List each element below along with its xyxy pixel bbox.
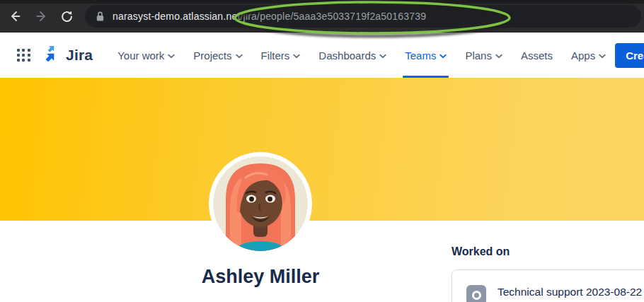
nav-item-label: Assets <box>521 50 553 62</box>
refresh-icon[interactable] <box>57 6 76 26</box>
worked-on-heading: Worked on <box>452 245 510 258</box>
nav-item-label: Apps <box>571 50 595 62</box>
nav-item-your-work[interactable]: Your work <box>108 33 184 78</box>
jira-logo-icon <box>43 46 62 64</box>
avatar-illustration <box>213 156 308 251</box>
worked-on-item-title[interactable]: Technical support 2023-08-22 <box>498 286 642 298</box>
nav-item-projects[interactable]: Projects <box>184 33 251 78</box>
jira-logo-text: Jira <box>66 47 93 64</box>
nav-item-label: Dashboards <box>318 50 376 62</box>
chevron-down-icon <box>495 54 502 59</box>
profile-cover-banner <box>0 78 644 221</box>
worked-on-card: Technical support 2023-08-22 You created… <box>452 269 644 302</box>
nav-item-label: Filters <box>261 50 290 62</box>
nav-item-assets[interactable]: Assets <box>512 33 562 78</box>
browser-chrome: narasyst-demo.atlassian.net/jira/people/… <box>0 0 644 33</box>
profile-name: Ashley Miller <box>154 266 367 288</box>
back-icon[interactable] <box>6 6 25 26</box>
padlock-icon <box>95 11 105 22</box>
chevron-down-icon <box>168 54 175 59</box>
url-host: narasyst-demo.atlassian.net <box>113 11 241 22</box>
chevron-down-icon <box>439 54 447 59</box>
forward-icon[interactable] <box>31 6 51 26</box>
nav-item-apps[interactable]: Apps <box>562 33 615 78</box>
worked-on-item[interactable]: Technical support 2023-08-22 You created… <box>452 270 644 302</box>
create-button[interactable]: Create <box>615 43 644 68</box>
chevron-down-icon <box>293 54 300 59</box>
chevron-down-icon <box>599 54 606 59</box>
avatar[interactable] <box>209 152 312 255</box>
jira-logo[interactable]: Jira <box>43 46 93 64</box>
nav-item-filters[interactable]: Filters <box>252 33 310 78</box>
nav-item-plans[interactable]: Plans <box>456 33 512 78</box>
nav-item-label: Teams <box>405 50 436 62</box>
nav-menu: Your work Projects Filters Dashboards Te… <box>108 33 615 78</box>
app-switcher-icon[interactable] <box>17 49 30 62</box>
image-attachment-icon <box>466 285 486 302</box>
jira-people-profile-page: { "browser": { "back_icon": "back-arrow"… <box>0 0 644 302</box>
nav-item-label: Projects <box>193 50 231 62</box>
url-text: narasyst-demo.atlassian.net/jira/people/… <box>113 11 426 22</box>
nav-item-label: Plans <box>465 50 492 62</box>
app-navigation: Jira Your work Projects Filters Dashboar… <box>0 33 644 78</box>
nav-item-teams[interactable]: Teams <box>396 33 456 78</box>
nav-item-label: Your work <box>117 50 164 62</box>
chevron-down-icon <box>236 54 243 59</box>
url-path: /jira/people/5aaa3e5033719f2a50163739 <box>241 11 427 22</box>
url-bar[interactable]: narasyst-demo.atlassian.net/jira/people/… <box>85 5 641 28</box>
chevron-down-icon <box>379 54 386 59</box>
nav-item-dashboards[interactable]: Dashboards <box>309 33 396 78</box>
